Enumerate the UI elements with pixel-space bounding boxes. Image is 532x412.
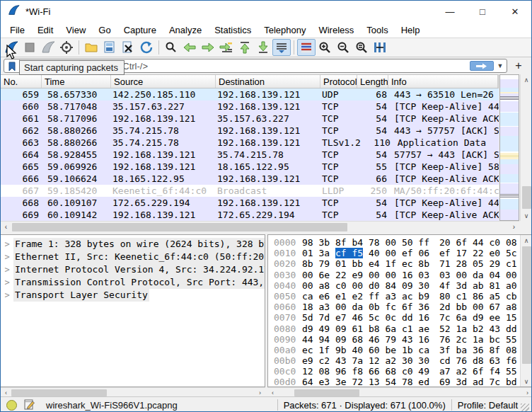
column-header-source[interactable]: Source — [111, 75, 216, 88]
apply-filter-icon[interactable] — [470, 61, 494, 71]
hex-hscrollbar[interactable]: ‹ › — [267, 387, 532, 397]
hex-row-00b0[interactable]: 00b0e9 c2 43 7a 12 a2 30 30cd 76 d8 63 f… — [268, 355, 532, 366]
resize-columns-icon[interactable] — [371, 39, 389, 56]
detail-row-1[interactable]: >Ethernet II, Src: Keenetic_6f:44:c0 (50… — [1, 251, 265, 263]
find-packet-icon[interactable] — [162, 39, 180, 56]
hex-vscrollbar[interactable]: ∧ ∨ — [520, 235, 532, 387]
capture-comment-icon[interactable] — [24, 399, 35, 412]
scroll-down-icon[interactable]: ∨ — [521, 210, 532, 221]
scrollbar-thumb[interactable] — [11, 389, 107, 396]
menu-tools[interactable]: Tools — [360, 23, 394, 37]
detail-row-2[interactable]: >Internet Protocol Version 4, Src: 34.22… — [1, 263, 265, 276]
column-header-length[interactable]: Length — [357, 75, 388, 88]
close-button[interactable]: ✕ — [499, 1, 531, 22]
packet-row-669[interactable]: 66960.109142192.168.139.121172.65.229.19… — [1, 209, 499, 221]
scroll-right-icon[interactable]: › — [509, 222, 519, 232]
scroll-up-icon[interactable]: ∧ — [521, 74, 532, 85]
column-header-destination[interactable]: Destination — [216, 75, 320, 88]
hex-bytes-right: 71 28 05 29 c1 6c 5 — [429, 258, 532, 269]
hex-row-0070[interactable]: 00705d 7d e7 46 5c 0c dd 167c 6a d9 ee 1… — [268, 312, 532, 323]
scrollbar-thumb[interactable] — [522, 246, 531, 364]
menu-edit[interactable]: Edit — [31, 23, 59, 37]
hex-row-0000[interactable]: 000098 3b 8f b4 78 00 50 ff20 6f 44 c0 0… — [268, 237, 532, 248]
menu-analyze[interactable]: Analyze — [163, 23, 208, 37]
go-next-icon[interactable] — [199, 39, 217, 56]
expander-icon[interactable]: > — [1, 251, 13, 263]
zoom-out-icon[interactable] — [334, 39, 352, 56]
packet-minimap[interactable] — [499, 74, 519, 221]
save-file-icon[interactable] — [100, 39, 119, 56]
detail-row-3[interactable]: >Transmission Control Protocol, Src Port… — [1, 276, 265, 289]
maximize-button[interactable]: □ — [466, 1, 499, 22]
scroll-down-icon[interactable]: ∨ — [521, 376, 532, 387]
details-hscrollbar[interactable]: ‹ › — [1, 387, 265, 397]
zoom-100-icon[interactable] — [352, 39, 371, 56]
expander-icon[interactable]: > — [1, 289, 13, 302]
column-header-protocol[interactable]: Protocol — [320, 75, 357, 88]
hex-row-0060[interactable]: 006018 a3 00 da 0b fc 6f 362d bb 00 67 a… — [268, 302, 532, 312]
column-header-time[interactable]: Time — [42, 75, 111, 88]
detail-row-4[interactable]: >Transport Layer Security — [1, 289, 265, 302]
menu-file[interactable]: File — [4, 23, 31, 37]
hex-row-0040[interactable]: 004000 a8 c0 00 d0 84 09 304f 3d ab 81 a… — [268, 280, 532, 291]
packet-row-666[interactable]: 66659.10662418.165.122.95192.168.139.121… — [1, 173, 499, 185]
colorize-icon[interactable] — [297, 39, 316, 56]
packet-row-664[interactable]: 66458.928455192.168.139.12135.74.215.78T… — [1, 149, 499, 161]
capture-options-icon[interactable] — [57, 39, 76, 56]
scrollbar-thumb[interactable] — [294, 389, 359, 396]
packet-row-663[interactable]: 66358.88026635.74.215.78192.168.139.121T… — [1, 137, 499, 149]
menu-help[interactable]: Help — [395, 23, 427, 37]
expert-info-icon[interactable] — [6, 400, 17, 411]
auto-scroll-icon[interactable] — [272, 39, 291, 56]
packet-row-665[interactable]: 66559.069926192.168.139.12118.165.122.95… — [1, 161, 499, 173]
minimize-button[interactable]: — — [434, 1, 466, 22]
menu-view[interactable]: View — [59, 23, 92, 37]
resize-grip[interactable] — [521, 404, 529, 412]
open-file-icon[interactable] — [82, 39, 100, 56]
go-previous-icon[interactable] — [180, 39, 199, 56]
menu-statistics[interactable]: Statistics — [208, 23, 258, 37]
restart-capture-icon[interactable] — [39, 39, 57, 56]
expander-icon[interactable]: > — [1, 263, 13, 276]
hex-row-00c0[interactable]: 00c012 08 96 f8 66 68 c0 49a7 a2 6f f4 5… — [268, 366, 532, 377]
packet-row-668[interactable]: 66860.109107172.65.229.194192.168.139.12… — [1, 197, 499, 209]
hex-row-00d0[interactable]: 00d064 e3 3e 72 13 54 78 ed69 3d ad 7c b… — [268, 377, 532, 387]
packet-list-vscrollbar[interactable]: ∧ ∨ — [520, 74, 532, 221]
packet-row-662[interactable]: 66258.88026635.74.215.78192.168.139.121T… — [1, 125, 499, 137]
packet-row-659[interactable]: 65958.657330142.250.185.110192.168.139.1… — [1, 88, 499, 101]
packet-list-hscrollbar[interactable]: ‹ › — [1, 221, 519, 232]
scrollbar-thumb[interactable] — [12, 223, 347, 231]
expander-icon[interactable]: > — [1, 276, 13, 289]
reload-file-icon[interactable] — [137, 39, 156, 56]
hex-row-0020[interactable]: 00208b 79 01 bb e4 1f ec 8b71 28 05 29 c… — [268, 258, 532, 269]
packet-row-661[interactable]: 66158.717096192.168.139.12135.157.63.227… — [1, 113, 499, 125]
hex-row-0080[interactable]: 0080d9 49 09 61 b8 6a c1 ae52 1a b2 43 d… — [268, 324, 532, 334]
menu-telephony[interactable]: Telephony — [258, 23, 312, 37]
packet-row-660[interactable]: 66058.71704835.157.63.227192.168.139.121… — [1, 101, 499, 113]
go-to-packet-icon[interactable] — [217, 39, 236, 56]
hex-row-0010[interactable]: 001001 3a cf f5 40 00 ef 06ef 17 22 e0 5… — [268, 248, 532, 258]
go-last-icon[interactable] — [254, 39, 272, 56]
close-file-icon[interactable] — [119, 39, 137, 56]
hex-row-0090[interactable]: 009044 94 09 68 46 79 43 1676 2c 1a bc 5… — [268, 334, 532, 345]
column-header-no[interactable]: No. — [1, 75, 42, 88]
profile-label[interactable]: Profile: Default — [458, 400, 518, 411]
menu-wireless[interactable]: Wireless — [312, 23, 360, 37]
packet-row-667[interactable]: 66759.185420Keenetic_6f:44:c0BroadcastLL… — [1, 185, 499, 197]
column-header-info[interactable]: Info — [388, 75, 498, 88]
add-filter-button[interactable]: + — [513, 59, 524, 72]
hex-row-0030[interactable]: 003000 6e 22 e9 00 00 16 0303 00 da 04 0… — [268, 270, 532, 280]
stop-capture-icon[interactable] — [21, 39, 39, 56]
scroll-up-icon[interactable]: ∧ — [521, 235, 532, 246]
menu-capture[interactable]: Capture — [117, 23, 163, 37]
menu-go[interactable]: Go — [92, 23, 117, 37]
zoom-in-icon[interactable] — [316, 39, 334, 56]
scroll-left-icon[interactable]: ‹ — [1, 222, 11, 232]
hex-row-00a0[interactable]: 00a0ec 1f 9b 40 60 be 1b ca3f ba 36 8f 0… — [268, 345, 532, 355]
filter-dropdown-icon[interactable]: ▼ — [496, 61, 504, 71]
scrollbar-thumb[interactable] — [522, 186, 531, 209]
expander-icon[interactable]: > — [1, 238, 13, 251]
go-first-icon[interactable] — [236, 39, 254, 56]
detail-row-0[interactable]: >Frame 1: 328 bytes on wire (2624 bits),… — [1, 238, 265, 251]
hex-row-0050[interactable]: 0050ca e6 e1 e2 ff a3 ac b980 c1 86 a5 c… — [268, 291, 532, 302]
